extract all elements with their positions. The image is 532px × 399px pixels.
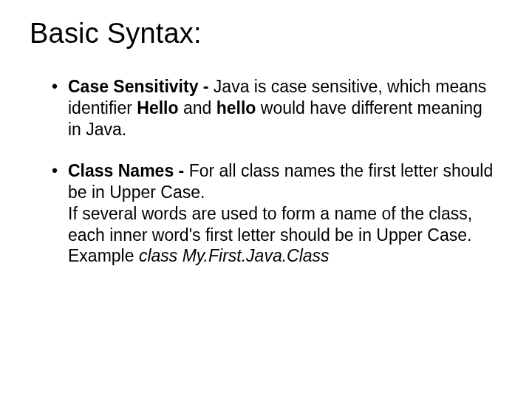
bold-lead: Case Sensitivity - xyxy=(68,77,214,96)
body-text: Example xyxy=(68,246,139,265)
slide-title: Basic Syntax: xyxy=(30,18,502,50)
list-item: Case Sensitivity - Java is case sensitiv… xyxy=(52,76,495,140)
slide: Basic Syntax: Case Sensitivity - Java is… xyxy=(0,0,532,399)
bold-lead: Class Names - xyxy=(68,161,189,180)
italic-inline: class My.First.Java.Class xyxy=(139,246,330,265)
body-text: If several words are used to form a name… xyxy=(68,204,472,245)
body-text: and xyxy=(179,98,216,117)
list-item: Class Names - For all class names the fi… xyxy=(52,160,495,267)
bullet-list: Case Sensitivity - Java is case sensitiv… xyxy=(30,76,502,267)
bold-inline: hello xyxy=(216,98,256,117)
bold-inline: Hello xyxy=(137,98,178,117)
